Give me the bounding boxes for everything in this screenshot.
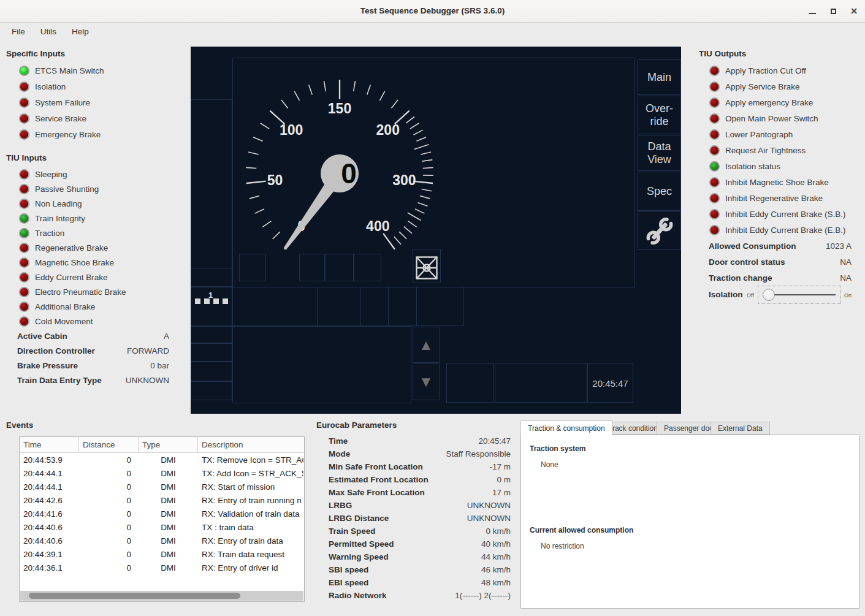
dmi-function-button[interactable]: Data View xyxy=(638,135,681,171)
input-led-row[interactable]: System Failure xyxy=(19,94,104,110)
tab-external-data[interactable]: External Data xyxy=(711,422,770,435)
led-label: Non Leading xyxy=(35,199,82,208)
event-row[interactable]: 20:44:44.1 0 DMI RX: Start of mission xyxy=(20,480,304,493)
led-label: Apply emergency Brake xyxy=(725,98,813,107)
dmi-planning-area xyxy=(232,326,411,403)
horizontal-scrollbar[interactable] xyxy=(20,591,303,601)
input-led-row[interactable]: Emergency Brake xyxy=(19,126,104,142)
svg-text:150: 150 xyxy=(328,101,351,116)
maximize-button[interactable] xyxy=(824,0,842,22)
led-indicator xyxy=(19,257,29,268)
dmi-cell xyxy=(191,362,232,381)
dmi-function-button[interactable]: Main xyxy=(638,59,681,95)
column-header-type[interactable]: Type xyxy=(139,437,198,453)
param-value: FORWARD xyxy=(127,346,169,356)
event-description: RX: Start of mission xyxy=(198,480,303,493)
led-indicator xyxy=(19,82,29,92)
output-led-row: Inhibit Regenerative Brake xyxy=(709,190,846,206)
output-led-row: Inhibit Magnetic Shoe Brake xyxy=(709,174,846,190)
input-led-row[interactable]: Isolation xyxy=(19,78,104,94)
input-led-row[interactable]: Additional Brake xyxy=(19,299,126,314)
param-row: Mode Staff Responsible xyxy=(329,447,511,460)
param-value: 20:45:47 xyxy=(478,436,511,446)
svg-text:0: 0 xyxy=(341,158,357,189)
event-type: DMI xyxy=(139,520,198,534)
input-led-row[interactable]: Magnetic Shoe Brake xyxy=(19,255,126,270)
param-row: Traction change NA xyxy=(709,270,852,286)
scrollbar-thumb[interactable] xyxy=(29,593,240,599)
dmi-settings-button[interactable] xyxy=(638,211,681,250)
scroll-down-button[interactable]: ▼ xyxy=(413,363,440,400)
minimize-button[interactable] xyxy=(803,0,821,22)
param-label: SBI speed xyxy=(329,565,368,574)
param-row: Time 20:45:47 xyxy=(329,435,511,447)
speedometer: 0501001502003004000 xyxy=(232,58,635,287)
event-type: DMI xyxy=(139,561,198,574)
led-indicator xyxy=(709,113,720,124)
event-row[interactable]: 20:44:42.6 0 DMI RX: Entry of train runn… xyxy=(20,493,304,507)
input-led-row[interactable]: Service Brake xyxy=(19,110,104,126)
input-led-row[interactable]: Eddy Current Brake xyxy=(19,270,126,284)
event-description: RX: Entry of driver id xyxy=(198,561,303,574)
menu-item[interactable]: Utils xyxy=(35,25,62,39)
dmi-function-button[interactable]: Spec xyxy=(638,172,681,211)
param-value: 40 km/h xyxy=(481,539,511,549)
isolation-slider[interactable] xyxy=(758,286,841,304)
scroll-up-button[interactable]: ▲ xyxy=(413,327,440,363)
led-label: ETCS Main Switch xyxy=(35,66,104,75)
slider-groove xyxy=(774,294,836,295)
led-label: Inhibit Magnetic Shoe Brake xyxy=(725,178,829,187)
wrench-icon xyxy=(644,216,676,246)
event-type: DMI xyxy=(139,453,198,466)
output-led-row: Apply emergency Brake xyxy=(709,94,846,110)
input-led-row[interactable]: Non Leading xyxy=(19,196,126,211)
column-header-description[interactable]: Description xyxy=(198,437,303,453)
dmi-cell xyxy=(317,287,361,326)
led-indicator xyxy=(709,193,720,203)
app-window: { "window": {"title": "Test Sequence Deb… xyxy=(0,0,865,616)
tab-traction-consumption[interactable]: Traction & consumption xyxy=(520,420,612,435)
dmi-clock-cell: 20:45:47 xyxy=(587,363,633,403)
event-row[interactable]: 20:44:39.1 0 DMI RX: Train data request xyxy=(20,547,304,561)
right-tabs-panel: Traction & consumption Track conditions … xyxy=(520,420,859,609)
event-description: RX: Validation of train data xyxy=(198,507,303,520)
event-description: RX: Train data request xyxy=(198,547,303,561)
dmi-function-button[interactable]: Over- ride xyxy=(638,96,681,134)
close-icon: ✕ xyxy=(850,0,858,22)
param-row: Radio Network 1(------) 2(------) xyxy=(329,589,511,602)
tiu-output-params: Allowed Consumption 1023 A Door control … xyxy=(709,238,852,286)
led-indicator xyxy=(709,225,720,235)
input-led-row[interactable]: Passive Shunting xyxy=(19,181,126,196)
event-row[interactable]: 20:44:41.6 0 DMI RX: Validation of train… xyxy=(20,507,304,520)
event-row[interactable]: 20:44:53.9 0 DMI TX: Remove Icon = STR_A… xyxy=(20,453,304,466)
slider-knob[interactable] xyxy=(763,289,775,301)
column-header-time[interactable]: Time xyxy=(20,437,79,453)
input-led-row[interactable]: Electro Pneumatic Brake xyxy=(19,284,126,299)
menu-item[interactable]: Help xyxy=(66,25,94,39)
led-label: Inhibit Eddy Current Brake (S.B.) xyxy=(725,210,846,219)
input-led-row[interactable]: Train Integrity xyxy=(19,211,126,226)
led-label: Isolation status xyxy=(725,162,780,171)
input-led-row[interactable]: ETCS Main Switch xyxy=(19,63,104,78)
led-indicator xyxy=(19,272,29,283)
dmi-display: ▲ ▼ 20:45:47 Main Over- ride Data View S… xyxy=(191,47,681,414)
event-distance: 0 xyxy=(79,480,139,493)
input-led-row[interactable]: Sleeping xyxy=(19,167,126,181)
event-row[interactable]: 20:44:44.1 0 DMI TX: Add Icon = STR_ACK_… xyxy=(20,466,304,480)
input-led-row[interactable]: Traction xyxy=(19,226,126,240)
menu-item[interactable]: File xyxy=(6,25,31,39)
close-button[interactable]: ✕ xyxy=(845,0,863,22)
event-row[interactable]: 20:44:36.1 0 DMI RX: Entry of driver id xyxy=(20,561,304,574)
event-row[interactable]: 20:44:40.6 0 DMI TX : train data xyxy=(20,520,304,534)
input-led-row[interactable]: Cold Movement xyxy=(19,314,126,329)
column-header-distance[interactable]: Distance xyxy=(79,437,139,453)
level-square xyxy=(223,298,228,304)
dmi-cell xyxy=(416,287,464,326)
input-led-row[interactable]: Regenerative Brake xyxy=(19,240,126,255)
dmi-cell xyxy=(388,287,417,326)
isolation-label: Isolation xyxy=(709,290,743,299)
minimize-icon xyxy=(809,13,816,14)
event-row[interactable]: 20:44:40.6 0 DMI RX: Entry of train data xyxy=(20,534,304,547)
led-indicator xyxy=(709,177,720,188)
dmi-cell xyxy=(360,287,389,326)
